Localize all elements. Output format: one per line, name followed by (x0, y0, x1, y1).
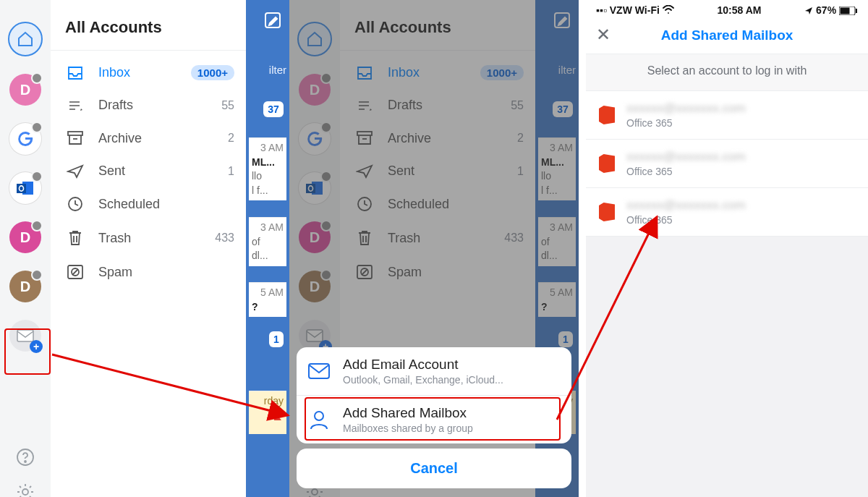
folder-label: Sent (98, 163, 228, 179)
svg-rect-30 (856, 9, 857, 13)
svg-rect-29 (840, 8, 849, 14)
folder-count: 2 (228, 132, 234, 145)
screen-title: Add Shared Mailbox (661, 27, 793, 43)
plus-icon: + (30, 340, 43, 353)
account-bubble[interactable]: D (9, 271, 41, 302)
account-email: xxxxxx@xxxxxxx.com (626, 101, 746, 116)
svg-rect-8 (68, 132, 82, 135)
screenshot-2: DDD+ All Accounts Inbox1000+Drafts55Arch… (289, 0, 579, 497)
location-icon (804, 7, 813, 15)
svg-point-7 (22, 489, 28, 495)
account-provider: Office 365 (626, 117, 746, 129)
svg-rect-4 (17, 330, 33, 341)
trash-icon (65, 229, 85, 247)
person-icon (308, 409, 330, 430)
account-row[interactable]: xxxxxx@xxxxxxx.comOffice 365 (586, 188, 868, 237)
account-row[interactable]: xxxxxx@xxxxxxx.comOffice 365 (586, 91, 868, 140)
option-subtitle: Mailboxes shared by a group (343, 422, 473, 434)
archive-icon (65, 130, 85, 146)
folder-label: Scheduled (98, 197, 234, 212)
add-email-account-option[interactable]: Add Email Account Outlook, Gmail, Exchan… (297, 347, 571, 395)
message-preview[interactable]: rday (249, 391, 286, 434)
folder-spam[interactable]: Spam (51, 255, 246, 289)
status-bar: ▪▪▫ VZW Wi-Fi 10:58 AM 67% (586, 0, 868, 20)
folder-label: Drafts (98, 98, 221, 113)
svg-point-6 (25, 461, 26, 462)
help-icon[interactable] (16, 448, 35, 470)
folder-label: Archive (98, 131, 228, 146)
option-subtitle: Outlook, Gmail, Exchange, iCloud... (343, 374, 503, 386)
cancel-button[interactable]: Cancel (297, 449, 571, 488)
account-bubble[interactable]: D (9, 74, 41, 106)
wifi-icon (663, 5, 674, 14)
drafts-icon (65, 98, 85, 113)
unread-chip: 37 (263, 101, 284, 117)
account-bubble[interactable] (9, 172, 41, 204)
folder-scheduled[interactable]: Scheduled (51, 187, 246, 221)
screenshot-3: ▪▪▫ VZW Wi-Fi 10:58 AM 67% ✕ Add Shared … (586, 0, 868, 497)
svg-point-27 (315, 412, 323, 420)
compose-icon[interactable] (263, 11, 282, 33)
account-provider: Office 365 (626, 214, 746, 226)
add-shared-mailbox-option[interactable]: Add Shared Mailbox Mailboxes shared by a… (297, 395, 571, 443)
office365-icon (599, 154, 615, 173)
account-row[interactable]: xxxxxx@xxxxxxx.comOffice 365 (586, 140, 868, 188)
nav-bar: ✕ Add Shared Mailbox (586, 20, 868, 54)
gear-icon[interactable] (16, 483, 35, 497)
account-provider: Office 365 (626, 166, 746, 177)
folder-label: Trash (98, 231, 215, 246)
svg-rect-2 (17, 184, 26, 193)
message-preview[interactable]: 3 AMML...llol f... (249, 137, 286, 200)
folder-label: Inbox (98, 65, 191, 80)
screenshot-1: DDD+ All Accounts Inbox1000+Drafts55Arch… (0, 0, 289, 497)
instruction-text: Select an account to log in with (586, 54, 868, 91)
folder-count: 433 (215, 231, 234, 245)
add-account-button[interactable]: + (9, 320, 41, 352)
scheduled-icon (65, 196, 85, 212)
folder-drafts[interactable]: Drafts55 (51, 89, 246, 122)
office365-icon (599, 106, 615, 124)
option-title: Add Shared Mailbox (343, 405, 473, 421)
folder-inbox[interactable]: Inbox1000+ (51, 56, 246, 89)
option-title: Add Email Account (343, 357, 503, 373)
page-title: All Accounts (65, 18, 246, 37)
close-icon[interactable]: ✕ (596, 25, 610, 45)
message-preview[interactable]: 3 AMofdl... (249, 217, 286, 266)
office365-icon (599, 203, 615, 221)
account-email: xxxxxx@xxxxxxx.com (626, 198, 746, 213)
svg-rect-26 (309, 364, 329, 378)
unread-chip: 1 (269, 331, 284, 347)
account-bubble[interactable]: D (9, 221, 41, 253)
folder-label: Spam (98, 265, 234, 280)
clock: 10:58 AM (717, 4, 761, 16)
folder-count: 1 (228, 165, 234, 178)
message-preview[interactable]: 5 AM? (249, 282, 286, 317)
account-bubble[interactable] (8, 22, 43, 56)
filter-label[interactable]: ilter (269, 64, 286, 76)
spam-icon (65, 264, 85, 280)
inbox-icon (65, 66, 85, 80)
folder-archive[interactable]: Archive2 (51, 122, 246, 155)
action-sheet: Add Email Account Outlook, Gmail, Exchan… (297, 347, 571, 443)
sent-icon (65, 164, 85, 179)
account-bubble[interactable] (9, 123, 41, 155)
account-email: xxxxxx@xxxxxxx.com (626, 150, 746, 164)
signal-icon: ▪▪▫ (596, 4, 607, 16)
folder-trash[interactable]: Trash433 (51, 221, 246, 255)
unread-badge: 1000+ (191, 65, 234, 80)
folder-sent[interactable]: Sent1 (51, 155, 246, 187)
battery-icon (839, 7, 858, 15)
mail-icon (308, 363, 330, 379)
folder-count: 55 (221, 99, 234, 112)
divider (51, 50, 246, 51)
